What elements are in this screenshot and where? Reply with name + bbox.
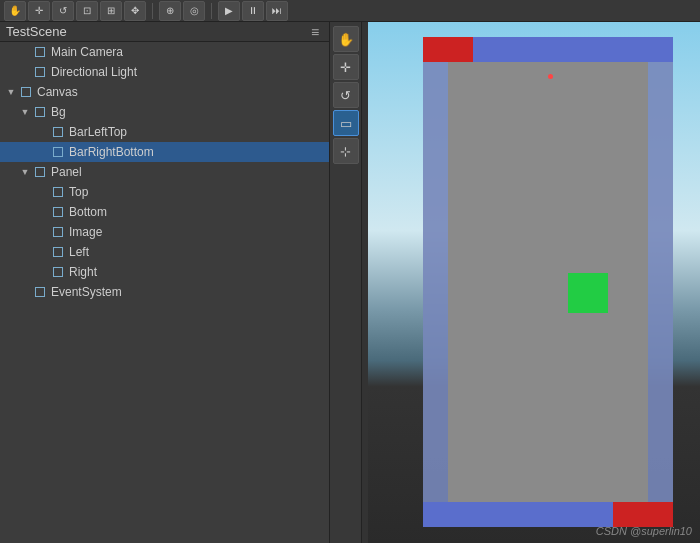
label-top: Top [69,185,88,199]
green-rect [568,273,608,313]
scene-content: ✋ ✛ ↺ ▭ ⊹ [330,22,700,543]
rect-tool-btn[interactable]: ⊞ [100,1,122,21]
icon-canvas [18,84,34,100]
label-right: Right [69,265,97,279]
tree-item-main-camera[interactable]: ▶ Main Camera [0,42,329,62]
strip-red-top-left [423,37,473,62]
tree-item-left[interactable]: ▶ Left [0,242,329,262]
hierarchy-title: TestScene [6,24,67,39]
cube-brb [53,147,63,157]
label-bg: Bg [51,105,66,119]
scene-move-btn[interactable]: ✛ [333,54,359,80]
pause-btn[interactable]: ⏸ [242,1,264,21]
tree-item-bar-left-top[interactable]: ▶ BarLeftTop [0,122,329,142]
play-btn[interactable]: ▶ [218,1,240,21]
label-es: EventSystem [51,285,122,299]
hierarchy-menu-btn[interactable]: ≡ [307,24,323,40]
hierarchy-panel: TestScene ≡ ▶ Main Camera ▶ Directional … [0,22,330,543]
tree-item-bottom[interactable]: ▶ Bottom [0,202,329,222]
cube-es [35,287,45,297]
local-btn[interactable]: ◎ [183,1,205,21]
canvas-inner-area [448,62,648,502]
cube-bottom [53,207,63,217]
tree-item-event-system[interactable]: ▶ EventSystem [0,282,329,302]
icon-blt [50,124,66,140]
toolbar-sep-2 [211,3,212,19]
pivot-btn[interactable]: ⊕ [159,1,181,21]
move-tool-btn[interactable]: ✛ [28,1,50,21]
label-blt: BarLeftTop [69,125,127,139]
arrow-canvas: ▼ [4,82,18,102]
arrow-panel: ▼ [18,162,32,182]
icon-bg [32,104,48,120]
custom-tool-btn[interactable]: ✥ [124,1,146,21]
tree-item-directional-light[interactable]: ▶ Directional Light [0,62,329,82]
scene-rotate-btn[interactable]: ↺ [333,82,359,108]
label-left: Left [69,245,89,259]
icon-image [50,224,66,240]
top-toolbar: ✋ ✛ ↺ ⊡ ⊞ ✥ ⊕ ◎ ▶ ⏸ ⏭ [0,0,700,22]
tree-item-image[interactable]: ▶ Image [0,222,329,242]
hand-tool-btn[interactable]: ✋ [4,1,26,21]
strip-blue-bottom [423,502,613,527]
icon-es [32,284,48,300]
label-panel: Panel [51,165,82,179]
icon-main-camera [32,44,48,60]
tree-item-panel[interactable]: ▼ Panel [0,162,329,182]
label-image: Image [69,225,102,239]
icon-brb [50,144,66,160]
hierarchy-header: TestScene ≡ [0,22,329,42]
main-area: TestScene ≡ ▶ Main Camera ▶ Directional … [0,22,700,543]
label-dir-light: Directional Light [51,65,137,79]
scene-rect-btn[interactable]: ▭ [333,110,359,136]
tree-item-right[interactable]: ▶ Right [0,262,329,282]
icon-top [50,184,66,200]
scale-tool-btn[interactable]: ⊡ [76,1,98,21]
cube-left [53,247,63,257]
label-canvas: Canvas [37,85,78,99]
cube-main-camera [35,47,45,57]
icon-dir-light [32,64,48,80]
strip-blue-top [473,37,673,62]
label-brb: BarRightBottom [69,145,154,159]
scene-viewport[interactable]: CSDN @superlin10 [368,22,700,543]
scene-hand-btn[interactable]: ✋ [333,26,359,52]
scene-anchor-btn[interactable]: ⊹ [333,138,359,164]
red-dot [548,74,553,79]
icon-bottom [50,204,66,220]
strip-red-bottom-right [613,502,673,527]
cube-blt [53,127,63,137]
label-bottom: Bottom [69,205,107,219]
cube-right [53,267,63,277]
cube-dir-light [35,67,45,77]
label-main-camera: Main Camera [51,45,123,59]
toolbar-sep-1 [152,3,153,19]
tool-group-pivot: ⊕ ◎ [159,1,205,21]
tool-group-play: ▶ ⏸ ⏭ [218,1,288,21]
tree-item-bar-right-bottom[interactable]: ▶ BarRightBottom [0,142,329,162]
cube-bg [35,107,45,117]
canvas-ui-container [423,37,673,527]
cube-image [53,227,63,237]
cube-canvas [21,87,31,97]
rotate-tool-btn[interactable]: ↺ [52,1,74,21]
icon-panel [32,164,48,180]
arrow-bg: ▼ [18,102,32,122]
scene-panel: ✋ ✛ ↺ ▭ ⊹ [330,22,700,543]
cube-panel [35,167,45,177]
watermark: CSDN @superlin10 [596,525,692,537]
tool-group-transform: ✋ ✛ ↺ ⊡ ⊞ ✥ [4,1,146,21]
icon-right [50,264,66,280]
cube-top [53,187,63,197]
icon-left [50,244,66,260]
step-btn[interactable]: ⏭ [266,1,288,21]
scene-toolbar: ✋ ✛ ↺ ▭ ⊹ [330,22,362,543]
tree-item-canvas[interactable]: ▼ Canvas [0,82,329,102]
tree-item-top[interactable]: ▶ Top [0,182,329,202]
tree-item-bg[interactable]: ▼ Bg [0,102,329,122]
